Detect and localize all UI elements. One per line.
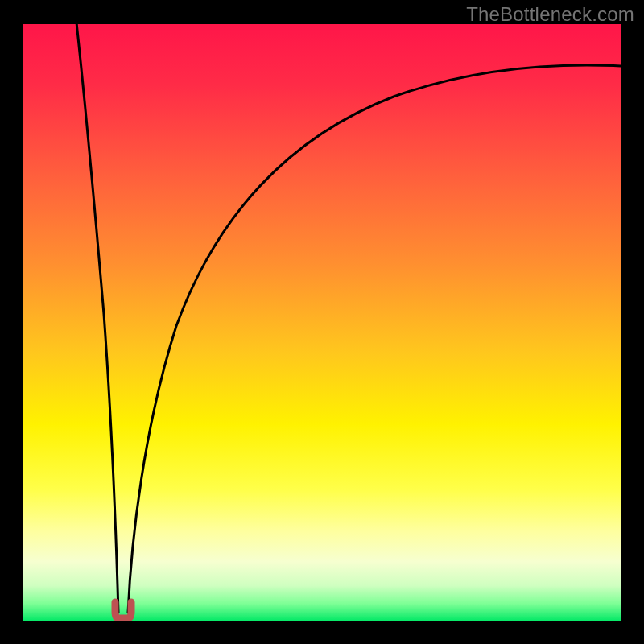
watermark-text: TheBottleneck.com <box>466 3 634 26</box>
left-curve <box>76 24 118 613</box>
right-curve <box>128 65 621 613</box>
curve-layer <box>23 24 621 621</box>
plot-area <box>23 24 621 621</box>
chart-frame: TheBottleneck.com <box>0 0 644 644</box>
minimum-u-marker <box>115 602 131 618</box>
